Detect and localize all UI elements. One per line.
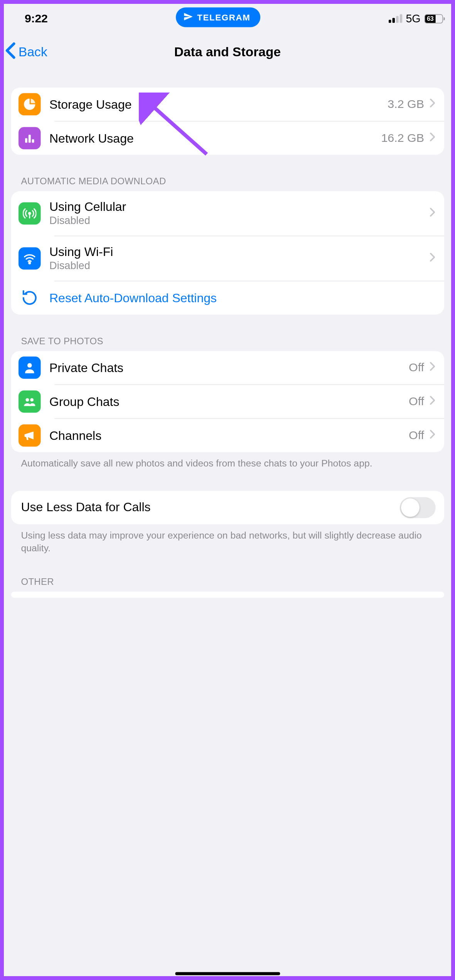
auto-download-card: Using Cellular Disabled Using Wi-Fi Disa… [11,191,444,315]
use-less-data-row[interactable]: Use Less Data for Calls [11,491,444,524]
bar-chart-icon [19,127,41,150]
using-wifi-sub: Disabled [49,260,429,272]
save-photos-card: Private Chats Off Group Chats Off [11,351,444,452]
home-indicator [175,972,280,975]
chevron-right-icon [429,361,435,374]
storage-usage-row[interactable]: Storage Usage 3.2 GB [11,88,444,121]
network-usage-value: 16.2 GB [381,131,424,145]
save-photos-footer: Automatically save all new photos and vi… [11,452,444,470]
other-card [11,591,444,598]
wifi-icon [19,248,41,270]
reset-icon [19,287,41,309]
navigation-bar: Back Data and Storage [0,33,455,70]
section-header-other: OTHER [11,576,444,591]
channels-row[interactable]: Channels Off [11,419,444,452]
private-chats-label: Private Chats [49,360,409,375]
svg-point-4 [29,262,30,264]
network-usage-label: Network Usage [49,131,381,145]
group-chats-label: Group Chats [49,394,409,409]
paper-plane-icon [184,12,194,23]
page-title: Data and Storage [0,44,455,59]
megaphone-icon [19,424,41,447]
using-cellular-sub: Disabled [49,215,429,227]
group-icon [19,391,41,413]
chevron-right-icon [429,98,435,111]
svg-point-5 [27,363,32,368]
using-wifi-label: Using Wi-Fi [49,245,429,259]
group-chats-row[interactable]: Group Chats Off [11,385,444,418]
using-cellular-label: Using Cellular [49,200,429,214]
antenna-icon [19,202,41,225]
network-type-label: 5G [406,12,421,25]
group-chats-value: Off [409,395,424,408]
network-usage-row[interactable]: Network Usage 16.2 GB [11,121,444,155]
using-cellular-row[interactable]: Using Cellular Disabled [11,191,444,236]
private-chats-row[interactable]: Private Chats Off [11,351,444,384]
reset-auto-download-row[interactable]: Reset Auto-Download Settings [11,281,444,315]
status-time: 9:22 [25,12,86,25]
less-data-footer: Using less data may improve your experie… [11,524,444,555]
svg-rect-1 [29,135,31,143]
usage-card: Storage Usage 3.2 GB Network Usage 16.2 … [11,88,444,155]
less-data-card: Use Less Data for Calls [11,491,444,524]
battery-icon: 63 [424,14,443,23]
reset-auto-download-label: Reset Auto-Download Settings [49,291,435,305]
chevron-right-icon [429,252,435,265]
svg-rect-2 [32,139,34,143]
section-header-save-photos: SAVE TO PHOTOS [11,335,444,351]
status-bar: 9:22 TELEGRAM 5G 63 [0,0,455,33]
svg-rect-0 [25,138,27,143]
storage-usage-value: 3.2 GB [388,98,424,111]
use-less-data-switch[interactable] [399,497,435,518]
chevron-right-icon [429,395,435,408]
svg-point-7 [30,398,34,402]
channels-value: Off [409,429,424,442]
notification-pill-label: TELEGRAM [197,12,251,22]
channels-label: Channels [49,428,409,443]
use-less-data-label: Use Less Data for Calls [19,500,399,515]
chevron-right-icon [429,132,435,145]
using-wifi-row[interactable]: Using Wi-Fi Disabled [11,236,444,281]
chevron-right-icon [429,207,435,220]
cellular-signal-icon [389,14,402,23]
chevron-right-icon [429,429,435,442]
phone-screen: 9:22 TELEGRAM 5G 63 Back [0,0,455,980]
notification-pill[interactable]: TELEGRAM [176,7,261,27]
private-chats-value: Off [409,361,424,374]
svg-point-6 [26,398,29,402]
section-header-auto-download: AUTOMATIC MEDIA DOWNLOAD [11,176,444,191]
person-icon [19,357,41,379]
pie-chart-icon [19,93,41,116]
storage-usage-label: Storage Usage [49,97,388,111]
